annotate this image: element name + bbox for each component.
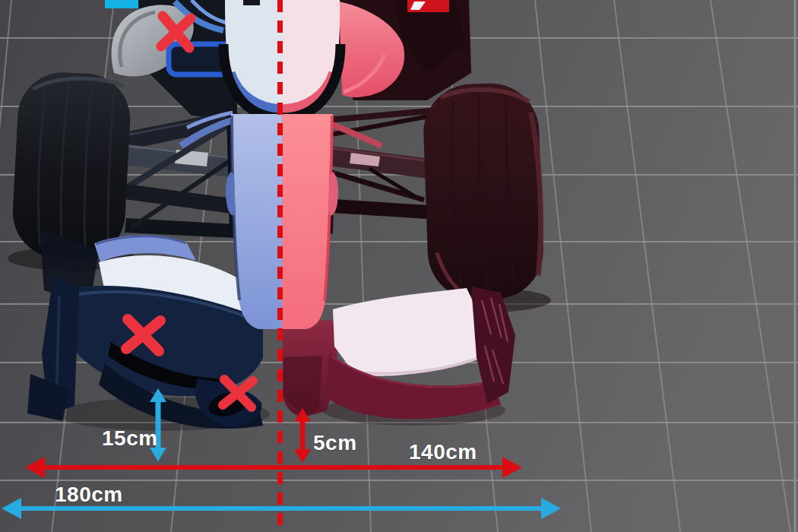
left-mirror [105, 0, 138, 8]
label-5cm: 5cm [313, 431, 357, 454]
left-front-tire [11, 70, 133, 261]
f1-front-wing-comparison: 15cm 5cm 140cm 180cm [0, 0, 798, 532]
right-front-tire [422, 81, 545, 302]
label-180cm: 180cm [55, 483, 123, 506]
label-15cm: 15cm [102, 426, 158, 450]
label-140cm: 140cm [409, 440, 477, 464]
comparison-diagram-canvas: 15cm 5cm 140cm 180cm [0, 0, 798, 532]
